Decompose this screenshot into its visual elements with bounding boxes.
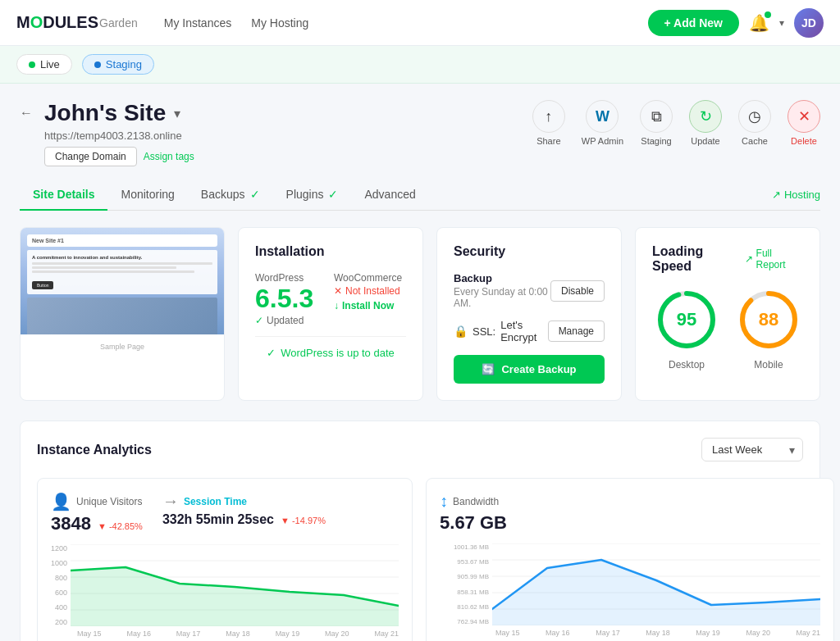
visitors-change: ▼ -42.85% (98, 521, 143, 531)
not-installed-status: ✕ Not Installed (334, 285, 406, 297)
delete-label: Delete (791, 136, 817, 146)
wordpress-label: WordPress (255, 272, 327, 284)
bandwidth-value: 5.67 GB (440, 512, 507, 534)
back-button[interactable]: ← (20, 106, 33, 120)
share-icon: ↑ (532, 100, 565, 133)
download-icon: ↓ (334, 300, 339, 311)
unique-visitors-stat: 👤 Unique Visitors 3848 ▼ -42.85% (51, 492, 143, 534)
cards-row: New Site #1 A commitment to innovation a… (20, 227, 820, 401)
cache-icon: ◷ (738, 100, 771, 133)
site-dropdown-icon[interactable]: ▾ (174, 106, 180, 121)
visitors-icon: 👤 (51, 492, 71, 511)
visitors-icon-row: 👤 Unique Visitors (51, 492, 143, 511)
updated-label: Updated (267, 315, 304, 326)
site-url: https://temp4003.2138.online (44, 130, 194, 142)
session-time-stat: → Session Time 332h 55min 25sec ▼ -14.97… (162, 492, 326, 534)
full-report-link[interactable]: ↗ Full Report (745, 248, 803, 270)
site-preview: New Site #1 A commitment to innovation a… (21, 228, 224, 334)
assign-tags-link[interactable]: Assign tags (144, 151, 194, 162)
avatar[interactable]: JD (794, 8, 824, 38)
staging-action[interactable]: ⧉ Staging (640, 100, 673, 146)
create-backup-button[interactable]: 🔄 Create Backup (454, 355, 605, 384)
period-select[interactable]: Last Week Last Month Last 3 Months (701, 438, 803, 461)
delete-action[interactable]: ✕ Delete (788, 100, 820, 146)
installation-card: Installation WordPress 6.5.3 ✓ Updated W… (238, 227, 423, 401)
backup-info: Backup Every Sunday at 0:00 AM. (454, 272, 550, 309)
create-backup-label: Create Backup (501, 363, 576, 375)
account-chevron[interactable]: ▾ (779, 17, 784, 29)
nav-my-instances[interactable]: My Instances (164, 13, 231, 33)
tab-backups[interactable]: Backups ✓ (188, 180, 273, 211)
add-new-button[interactable]: + Add New (648, 10, 739, 36)
ssl-info: 🔒 SSL: Let's Encrypt (454, 319, 548, 343)
external-link-icon: ↗ (772, 189, 781, 201)
tab-advanced[interactable]: Advanced (351, 180, 428, 211)
analytics-section: Instance Analytics Last Week Last Month … (20, 421, 820, 641)
update-action[interactable]: ↻ Update (689, 100, 722, 146)
bandwidth-stats: ↕ Bandwidth 5.67 GB (440, 492, 820, 534)
security-title: Security (454, 244, 605, 259)
hosting-link[interactable]: ↗ Hosting (772, 189, 820, 201)
staging-env-badge[interactable]: Staging (82, 54, 154, 75)
tab-plugins[interactable]: Plugins ✓ (273, 180, 352, 211)
not-installed-icon: ✕ (334, 285, 342, 297)
wordpress-version: 6.5.3 (255, 285, 327, 311)
notification-bell[interactable]: 🔔 (749, 13, 769, 33)
wp-admin-icon: W (586, 100, 619, 133)
bandwidth-icon: ↕ (440, 492, 448, 511)
tab-site-details-label: Site Details (33, 188, 94, 201)
staging-dot (94, 61, 101, 68)
hosting-link-label: Hosting (784, 189, 820, 201)
tab-site-details[interactable]: Site Details (20, 180, 107, 211)
backup-label: Backup (454, 272, 550, 284)
share-action[interactable]: ↑ Share (532, 100, 565, 146)
visitors-value: 3848 (51, 513, 91, 534)
tab-backups-label: Backups (201, 188, 245, 201)
session-label: Session Time (184, 496, 247, 507)
nav-my-hosting[interactable]: My Hosting (251, 13, 308, 33)
desktop-gauge-circle: 95 (654, 287, 719, 352)
change-domain-button[interactable]: Change Domain (44, 147, 137, 166)
site-url-actions: Change Domain Assign tags (44, 147, 194, 166)
bandwidth-icon-row: ↕ Bandwidth (440, 492, 507, 511)
analytics-charts: 👤 Unique Visitors 3848 ▼ -42.85% → Sessi… (37, 478, 803, 641)
site-header: ← John's Site ▾ https://temp4003.2138.on… (20, 100, 820, 166)
analytics-header: Instance Analytics Last Week Last Month … (37, 438, 803, 461)
wp-uptodate-label: WordPress is up to date (281, 347, 395, 359)
plugins-check-icon: ✓ (328, 188, 338, 201)
cache-action[interactable]: ◷ Cache (738, 100, 771, 146)
tab-monitoring[interactable]: Monitoring (107, 180, 187, 211)
loading-speed-card: Loading Speed ↗ Full Report 95 Desktop (635, 227, 820, 401)
bandwidth-chart-svg (492, 543, 820, 625)
mobile-gauge: 88 Mobile (736, 287, 801, 371)
bandwidth-value-row: 5.67 GB (440, 511, 507, 534)
logo: M O DULES Garden (16, 13, 138, 32)
speed-gauges: 95 Desktop 88 Mobile (652, 287, 803, 371)
wp-uptodate-banner: ✓ WordPress is up to date (255, 336, 406, 359)
disable-backup-button[interactable]: Disable (550, 280, 605, 302)
install-grid: WordPress 6.5.3 ✓ Updated WooCommerce ✕ … (255, 272, 406, 326)
speed-header: Loading Speed ↗ Full Report (652, 244, 803, 274)
action-icons: ↑ Share W WP Admin ⧉ Staging ↻ Update ◷ … (532, 100, 820, 146)
full-report-label: Full Report (756, 248, 803, 270)
visitors-chart-svg (71, 544, 399, 626)
updated-check-icon: ✓ (255, 315, 263, 326)
not-installed-label: Not Installed (345, 285, 400, 297)
live-env-badge[interactable]: Live (16, 54, 72, 75)
ssl-label: SSL: (472, 325, 495, 338)
visitors-label: Unique Visitors (76, 496, 142, 507)
security-card: Security Backup Every Sunday at 0:00 AM.… (436, 227, 622, 401)
delete-icon: ✕ (788, 100, 820, 133)
install-now-button[interactable]: ↓ Install Now (334, 300, 406, 311)
bandwidth-label: Bandwidth (453, 496, 499, 507)
share-label: Share (536, 136, 560, 146)
bandwidth-chart-card: ↕ Bandwidth 5.67 GB 1001. (426, 478, 834, 641)
cache-label: Cache (742, 136, 768, 146)
manage-ssl-button[interactable]: Manage (548, 320, 605, 342)
site-title-row: ← John's Site ▾ (20, 100, 194, 126)
lock-icon: 🔒 (454, 325, 468, 338)
site-title-section: ← John's Site ▾ https://temp4003.2138.on… (20, 100, 194, 166)
live-dot (29, 61, 35, 68)
wp-admin-action[interactable]: W WP Admin (582, 100, 623, 146)
staging-label: Staging (106, 58, 142, 70)
